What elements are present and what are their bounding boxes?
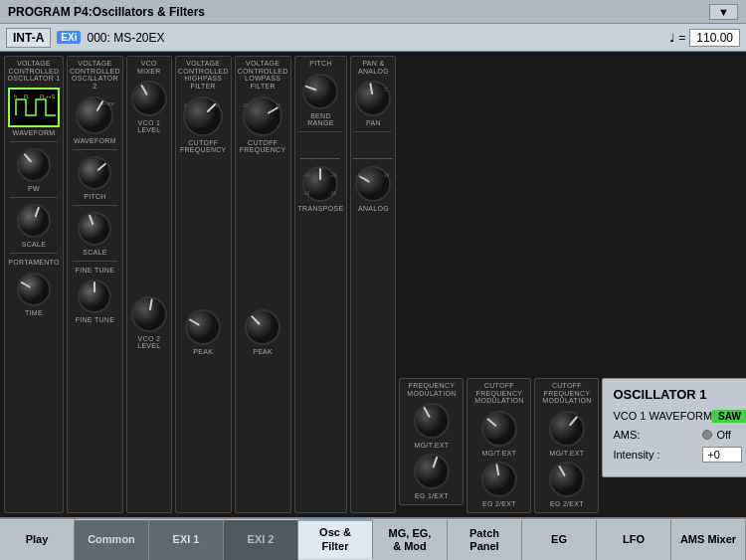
tab-mg-eg-mod[interactable]: MG, EG,& Mod (373, 519, 448, 560)
freq-mgt-label: MG/T.EXT (415, 442, 450, 449)
vco-mixer-title: VCO MIXER (129, 60, 169, 75)
vco1-waveform-label: WAVEFORM (13, 129, 56, 136)
tab-ams-mixer[interactable]: AMS Mixer (671, 519, 746, 560)
pan-label: PAN (366, 119, 381, 126)
svg-text:-16: -16 (302, 190, 309, 196)
svg-point-59 (550, 463, 584, 496)
vco1-time-knob[interactable] (16, 272, 52, 307)
svg-text:8: 8 (184, 102, 187, 108)
vco2-scale-label: SCALE (83, 249, 106, 256)
svg-point-34 (303, 75, 337, 108)
svg-text:h: h (14, 93, 17, 99)
svg-text:-16: -16 (329, 190, 336, 196)
svg-point-55 (482, 463, 516, 496)
right-column: FREQUENCYMODULATION MG/T.EXT EG 1/EXT (399, 56, 746, 513)
vco2-divider2 (73, 205, 118, 206)
freq-mod-section: FREQUENCYMODULATION MG/T.EXT EG 1/EXT (399, 378, 464, 505)
tab-common[interactable]: Common (75, 519, 149, 560)
tab-osc-filter[interactable]: Osc &Filter (298, 519, 373, 560)
vco1-level-knob[interactable] (130, 80, 168, 117)
cutoff-lp-eg2-knob[interactable] (548, 461, 586, 498)
tempo-value[interactable]: 110.00 (689, 29, 740, 47)
tab-patch-panel[interactable]: PatchPanel (448, 519, 522, 560)
freq-mgt-knob[interactable] (413, 402, 451, 440)
vco2-pitch-knob[interactable] (77, 155, 112, 191)
cutoff-hp-mgt-knob[interactable] (480, 410, 518, 448)
hpf-cutoff-label: CUTOFF FREQUENCY (179, 139, 228, 153)
tab-lfo[interactable]: LFO (597, 519, 671, 560)
cutoff-lp-mgt-knob[interactable] (548, 410, 586, 448)
waveform-value[interactable]: SAW (712, 410, 746, 423)
cutoff-lp-mod-section: CUTOFF FREQUENCYMODULATION MG/T.EXT EG 2… (534, 378, 599, 513)
ams-label: AMS: (613, 429, 702, 441)
freq-eg1-label: EG 1/EXT (415, 492, 449, 499)
vco1-pw-knob[interactable] (16, 147, 52, 183)
vco2-scale-knob[interactable] (77, 211, 112, 247)
svg-text:-16: -16 (302, 172, 309, 178)
vco2-waveform-item: Func WAVEFORM (74, 95, 116, 144)
tab-exi1[interactable]: EXI 1 (149, 519, 224, 560)
ams-indicator[interactable] (702, 430, 712, 440)
cutoff-lp-mod-title: CUTOFF FREQUENCYMODULATION (537, 382, 596, 405)
vco1-waveform-display[interactable]: h FL FL++S (8, 88, 60, 127)
intensity-label: Intensity : (613, 449, 702, 461)
vco2-finetune-knob[interactable] (77, 279, 112, 314)
cutoff-hp-eg2-knob[interactable] (480, 461, 518, 498)
vco2-pitch-item: PITCH (77, 155, 112, 200)
pitch-title: PITCH (309, 60, 332, 68)
vco1-divider2 (10, 197, 59, 198)
svg-point-51 (415, 455, 449, 488)
waveform-row: VCO 1 WAVEFORM SAW (613, 410, 746, 423)
tab-eg[interactable]: EG (522, 519, 597, 560)
bank-label: INT-A (6, 28, 51, 48)
ams-state: Off (716, 429, 730, 441)
vco1-scale-knob[interactable] (16, 203, 52, 239)
cutoff-lp-mgt-item: MG/T.EXT (548, 410, 586, 457)
hpf-cutoff-knob[interactable]: 8 8 (182, 95, 224, 137)
vco2-waveform-knob[interactable]: Func (75, 95, 114, 135)
pitch-section: PITCH BEND RANGE -16 -24 -16 -16 TRANSPO… (294, 56, 348, 513)
analog-knob[interactable]: -16 -16 (354, 165, 392, 203)
cutoff-lp-eg2-label: EG 2/EXT (550, 500, 584, 507)
title-dropdown[interactable]: ▼ (709, 4, 738, 20)
tab-play[interactable]: Play (0, 519, 75, 560)
analog-item: -16 -16 ANALOG (354, 165, 392, 212)
transpose-knob[interactable]: -16 -24 -16 -16 (301, 165, 339, 203)
main-area: VOLTAGE CONTROLLEDOSCILLATOR 1 h FL FL++… (0, 52, 746, 517)
vco2-level-item: VCO 2 LEVEL (130, 295, 168, 349)
pan-divider (355, 131, 391, 132)
pan-knob[interactable]: C (354, 80, 392, 117)
intensity-value[interactable]: +0 (702, 447, 742, 463)
hpf-cutoff-item: 8 8 CUTOFF FREQUENCY (179, 95, 228, 153)
bend-range-knob[interactable] (301, 73, 339, 110)
cutoff-lp-eg2-item: EG 2/EXT (548, 461, 586, 507)
freq-eg1-knob[interactable] (413, 453, 451, 490)
tempo-display: ♩ = 110.00 (669, 29, 740, 47)
pan-analog-section: PAN & ANALOG C PAN -16 -16 ANALOG (350, 56, 396, 513)
lpf-peak-label: PEAK (253, 348, 273, 355)
lpf-title: VOLTAGE CONTROLLEDLOWPASS FILTER (238, 60, 288, 91)
vco1-pw-item: PW (16, 147, 52, 192)
lpf-cutoff-label: CUTOFF FREQUENCY (239, 139, 287, 153)
cutoff-hp-eg2-item: EG 2/EXT (480, 461, 518, 507)
hpf-peak-knob[interactable] (184, 308, 222, 346)
vco1-time-item: TIME (16, 272, 52, 316)
svg-text:10: 10 (243, 102, 249, 108)
hpf-title: VOLTAGE CONTROLLEDHIGHPASS FILTER (178, 60, 229, 91)
svg-point-53 (482, 412, 516, 446)
vco1-time-label: TIME (25, 309, 43, 316)
intensity-row: Intensity : +0 (613, 447, 746, 463)
vco2-level-label: VCO 2 LEVEL (130, 335, 168, 349)
svg-point-49 (415, 404, 449, 438)
ams-row: AMS: Off (613, 429, 746, 441)
waveform-row-label: VCO 1 WAVEFORM (613, 410, 712, 422)
bank-tag[interactable]: EXi (57, 31, 81, 44)
vco1-pw-label: PW (28, 185, 40, 192)
lpf-cutoff-knob[interactable]: 10 10 (242, 95, 283, 137)
vco2-level-knob[interactable] (130, 295, 168, 333)
vco2-divider1 (73, 149, 118, 150)
tab-exi2[interactable]: EXI 2 (224, 519, 298, 560)
lpf-peak-knob[interactable] (244, 308, 281, 346)
top-spacer (399, 56, 746, 375)
vco2-finetune-label: FINE TUNE (76, 316, 115, 323)
